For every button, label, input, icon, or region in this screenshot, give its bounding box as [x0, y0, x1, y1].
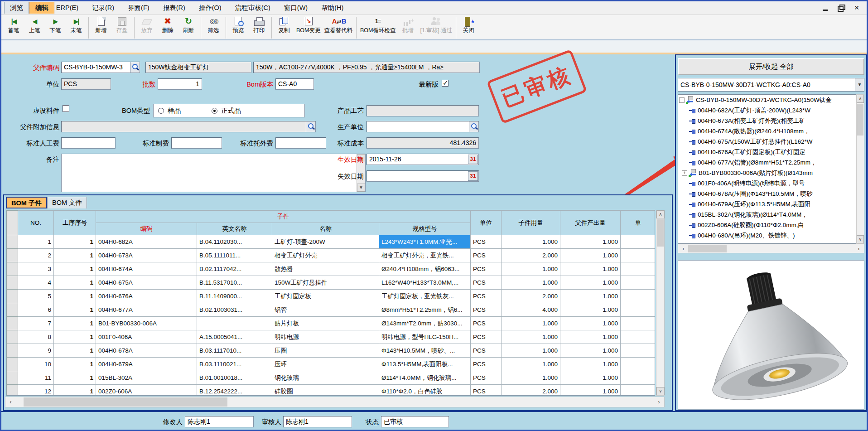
- table-cell[interactable]: PCS: [471, 262, 502, 276]
- table-cell[interactable]: PCS: [471, 290, 502, 303]
- table-cell[interactable]: [621, 344, 656, 358]
- row-selector[interactable]: [7, 235, 18, 249]
- tree-node[interactable]: +B01-BYB00330-006A(贴片灯板)(Ø143mm: [678, 168, 856, 178]
- row-selector[interactable]: [7, 249, 18, 262]
- radio-formal-label[interactable]: 正式品: [221, 107, 241, 115]
- table-cell[interactable]: 钢化玻璃: [272, 371, 379, 385]
- table-cell[interactable]: PCS: [471, 317, 502, 330]
- row-selector[interactable]: [7, 317, 18, 330]
- remark-textarea[interactable]: ▲ ▼: [61, 154, 366, 192]
- row-selector[interactable]: [7, 385, 18, 396]
- calendar-icon[interactable]: 31: [468, 155, 478, 164]
- expire-date-input[interactable]: 31: [366, 170, 479, 182]
- table-cell[interactable]: 5: [18, 290, 54, 303]
- table-cell[interactable]: 2.000: [502, 249, 560, 262]
- table-cell[interactable]: 004H0-679A: [96, 358, 197, 371]
- table-cell[interactable]: B.04.1102030...: [197, 235, 272, 249]
- tab-bom-children[interactable]: BOM 子件: [6, 197, 47, 208]
- parent-code-input[interactable]: CS-BYB-0-150MW-3: [61, 62, 140, 73]
- toolbar-button-preview[interactable]: 预览: [228, 16, 249, 34]
- latest-version-checkbox[interactable]: [442, 80, 448, 87]
- table-cell[interactable]: PCS: [471, 330, 502, 344]
- tree-node[interactable]: 004H0-677A(铝管)(Ø8mm*H51*T2.25mm，: [678, 157, 856, 168]
- table-cell[interactable]: 9: [18, 344, 54, 358]
- table-cell[interactable]: 1.000: [560, 276, 621, 290]
- table-cell[interactable]: 1.000: [502, 235, 560, 249]
- table-cell[interactable]: 1: [54, 262, 96, 276]
- row-selector[interactable]: [7, 330, 18, 344]
- table-cell[interactable]: 1.000: [560, 317, 621, 330]
- col-header-no[interactable]: NO.: [18, 211, 54, 235]
- tree-node[interactable]: 004H0-675A(150W工矿灯悬挂件)(L162*W: [678, 136, 856, 147]
- scroll-left-icon[interactable]: ‹: [5, 397, 16, 407]
- table-cell[interactable]: 1.000: [502, 344, 560, 358]
- toolbar-button-prev-record[interactable]: ◀上笔: [24, 16, 45, 34]
- table-cell[interactable]: Φ143*H10.5MM，喷砂、...: [379, 344, 471, 358]
- table-cell[interactable]: PCS: [471, 344, 502, 358]
- table-cell[interactable]: 压环: [272, 358, 379, 371]
- batch-input[interactable]: 1: [158, 78, 202, 90]
- toolbar-button-last-record[interactable]: ▶|末笔: [66, 16, 87, 34]
- table-cell[interactable]: PCS: [471, 276, 502, 290]
- table-cell[interactable]: 工矿灯固定板，亚光铁灰...: [379, 290, 471, 303]
- scroll-down-icon[interactable]: ▼: [357, 184, 365, 192]
- table-cell[interactable]: 相变工矿灯外壳，亚光铁...: [379, 249, 471, 262]
- table-cell[interactable]: 1.000: [502, 371, 560, 385]
- scroll-down-icon[interactable]: ∨: [656, 387, 665, 395]
- std-make-input[interactable]: [171, 137, 222, 149]
- scrollbar-thumb[interactable]: [688, 245, 727, 252]
- table-cell[interactable]: 1: [54, 249, 96, 262]
- table-cell[interactable]: 001F0-406A: [96, 330, 197, 344]
- tree-horizontal-scrollbar[interactable]: ‹ ›: [678, 244, 864, 253]
- tree-node[interactable]: 002Z0-606A(硅胶圈)(Φ110*Φ2.0mm,白: [678, 220, 856, 230]
- table-horizontal-scrollbar[interactable]: ‹ ›: [5, 397, 665, 407]
- toolbar-button-filter[interactable]: ◎◎筛选: [203, 16, 224, 34]
- menu-item-8[interactable]: 帮助(H): [314, 1, 350, 15]
- table-cell[interactable]: 明纬电源，型号HLG-150H...: [379, 330, 471, 344]
- table-cell[interactable]: PCS: [471, 358, 502, 371]
- col-header-spec[interactable]: 规格型号: [379, 223, 471, 235]
- scroll-up-icon[interactable]: ∧: [857, 95, 864, 103]
- collapse-icon[interactable]: −: [679, 97, 685, 103]
- table-cell[interactable]: 1.000: [560, 262, 621, 276]
- table-cell[interactable]: B.12.2542222...: [197, 385, 272, 396]
- toolbar-button-bom-change[interactable]: BOM变更: [294, 16, 322, 34]
- table-cell[interactable]: B.03.1110021...: [197, 358, 272, 371]
- table-cell[interactable]: [621, 276, 656, 290]
- prod-unit-input[interactable]: [366, 121, 479, 132]
- table-cell[interactable]: [621, 385, 656, 396]
- table-cell[interactable]: 8: [18, 330, 54, 344]
- table-cell[interactable]: 1: [54, 303, 96, 317]
- table-cell[interactable]: 7: [18, 317, 54, 330]
- effective-date-input[interactable]: 2015-11-26 31: [366, 154, 479, 165]
- table-cell[interactable]: 1.000: [560, 385, 621, 396]
- table-cell[interactable]: [621, 371, 656, 385]
- table-cell[interactable]: 1: [54, 290, 96, 303]
- table-cell[interactable]: 2: [18, 249, 54, 262]
- lookup-icon[interactable]: [306, 121, 315, 132]
- toolbar-button-substitute[interactable]: A⇄B查看替代料: [322, 16, 354, 34]
- table-cell[interactable]: 1.000: [502, 330, 560, 344]
- scroll-right-icon[interactable]: ›: [654, 397, 664, 407]
- tree-root-node[interactable]: −CS-BYB-0-150MW-30D71-WCTKG-A0(150W钛金: [678, 95, 856, 105]
- dummy-part-checkbox[interactable]: [63, 105, 69, 112]
- table-cell[interactable]: 1: [54, 317, 96, 330]
- table-cell[interactable]: 1: [54, 385, 96, 396]
- table-cell[interactable]: 1.000: [560, 249, 621, 262]
- tree-node[interactable]: 004H0-673A(相变工矿灯外壳)(相变工矿: [678, 116, 856, 126]
- table-cell[interactable]: 工矿灯固定板: [272, 290, 379, 303]
- expand-icon[interactable]: +: [682, 170, 687, 176]
- tree-node[interactable]: 001F0-406A(明纬电源)(明纬电源，型号: [678, 178, 856, 189]
- table-cell[interactable]: 1: [54, 276, 96, 290]
- table-cell[interactable]: 1.000: [502, 262, 560, 276]
- row-selector[interactable]: [7, 371, 18, 385]
- scroll-left-icon[interactable]: ‹: [678, 244, 689, 254]
- scrollbar-thumb[interactable]: [857, 104, 863, 136]
- col-header-extra[interactable]: 单: [621, 211, 656, 235]
- table-cell[interactable]: Φ110*Φ2.0，白色硅胶: [379, 385, 471, 396]
- scroll-right-icon[interactable]: ›: [854, 244, 864, 254]
- table-cell[interactable]: B.11.1409000...: [197, 290, 272, 303]
- tree-node[interactable]: 004H0-674A(散热器)(Ø240.4*H108mm，: [678, 126, 856, 136]
- table-cell[interactable]: 11: [18, 371, 54, 385]
- table-cell[interactable]: 1: [54, 344, 96, 358]
